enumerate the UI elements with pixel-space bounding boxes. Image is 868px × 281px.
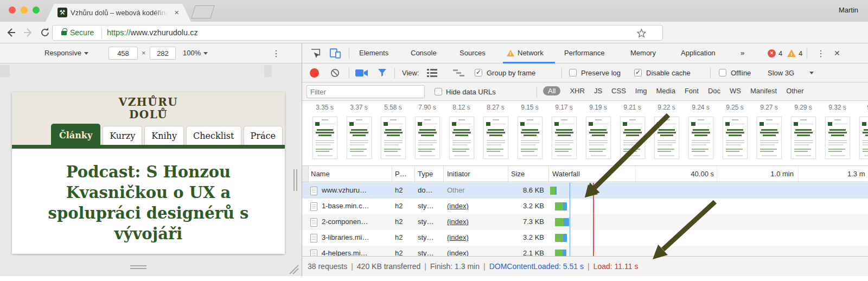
browser-profile-name[interactable]: Martin <box>839 6 858 14</box>
device-toolbar-menu-icon[interactable]: ⋮ <box>272 48 280 59</box>
filmstrip-thumbnail[interactable] <box>791 117 816 159</box>
request-name[interactable]: www.vzhuru… <box>322 186 392 194</box>
capture-screenshots-icon[interactable] <box>355 69 368 77</box>
site-nav-tab[interactable]: Knihy <box>144 126 184 145</box>
disable-cache-checkbox[interactable] <box>634 69 642 76</box>
tab-sources[interactable]: Sources <box>459 49 486 57</box>
waterfall-bar[interactable] <box>555 202 563 210</box>
offline-checkbox[interactable] <box>719 69 726 76</box>
filter-pill[interactable]: JS <box>594 87 602 95</box>
group-by-frame-checkbox[interactable] <box>475 69 482 76</box>
back-button[interactable] <box>5 27 16 38</box>
device-width-resize-handle[interactable] <box>296 169 297 191</box>
site-viewport[interactable]: VZHŮRU DOLŮ Články Kurzy Knihy Checklist… <box>12 92 285 254</box>
filmstrip-thumbnail[interactable] <box>586 117 611 159</box>
column-header-type[interactable]: Type <box>418 170 433 178</box>
device-width-input[interactable] <box>108 47 138 60</box>
reload-button[interactable] <box>40 27 50 38</box>
filter-pill[interactable]: Manifest <box>750 87 777 95</box>
filmstrip-thumbnail[interactable] <box>415 117 440 159</box>
filmstrip-thumbnail[interactable] <box>723 117 748 159</box>
filter-pill[interactable]: Other <box>786 87 804 95</box>
column-header-protocol[interactable]: P… <box>395 170 407 178</box>
waterfall-cell[interactable] <box>548 246 868 256</box>
devtools-menu-icon[interactable]: ⋮ <box>816 48 825 59</box>
hide-data-urls-checkbox[interactable] <box>435 88 442 95</box>
filmstrip-frame[interactable]: 9.27 s <box>752 104 786 159</box>
browser-tab[interactable]: ⚒ Vzhůru dolů – webová kodéřina × <box>46 4 191 22</box>
request-initiator[interactable]: (index) <box>447 218 469 226</box>
table-row[interactable]: 4-helpers.mi… h2 sty… (index) 2.1 KB <box>302 246 868 256</box>
throttling-dropdown[interactable]: Slow 3G <box>768 69 794 77</box>
device-type-dropdown[interactable]: Responsive <box>44 49 88 57</box>
chevron-down-icon[interactable] <box>809 72 814 74</box>
disable-cache-label[interactable]: Disable cache <box>646 69 691 77</box>
filmstrip-frame[interactable]: 3.35 s <box>308 104 342 159</box>
request-initiator[interactable]: (index) <box>447 249 469 256</box>
tab-application[interactable]: Application <box>681 49 716 57</box>
filmstrip-thumbnail[interactable] <box>620 117 645 159</box>
site-logo[interactable]: VZHŮRU DOLŮ <box>12 92 285 121</box>
filmstrip-thumbnail[interactable] <box>859 117 868 159</box>
filmstrip-thumbnail[interactable] <box>552 117 577 159</box>
filmstrip-frame[interactable]: 7.90 s <box>410 104 444 159</box>
filter-pill[interactable]: Doc <box>708 87 720 95</box>
url-text[interactable]: https://www.vzhurudolu.cz <box>107 28 198 37</box>
filmstrip-frame[interactable]: 5.58 s <box>376 104 410 159</box>
tab-console[interactable]: Console <box>411 49 437 57</box>
request-name[interactable]: 1-base.min.c… <box>322 202 392 210</box>
bookmark-star-icon[interactable] <box>637 29 646 38</box>
inspect-element-icon[interactable] <box>310 48 321 59</box>
column-header-initiator[interactable]: Initiator <box>447 170 470 178</box>
filter-pill[interactable]: All <box>543 86 560 95</box>
filmstrip-frame[interactable]: 8.27 s <box>478 104 513 159</box>
site-article-heading[interactable]: Podcast: S Honzou Kvasničkou o UX a spol… <box>40 162 257 244</box>
device-width-resize-handle[interactable] <box>293 169 295 191</box>
view-list-icon[interactable] <box>427 69 437 77</box>
warning-badge-icon[interactable] <box>787 49 796 57</box>
site-nav-tab[interactable]: Články <box>51 124 100 145</box>
table-row[interactable]: 2-componen… h2 sty… (index) 7.3 KB <box>302 214 868 230</box>
request-name[interactable]: 4-helpers.mi… <box>322 249 392 256</box>
offline-label[interactable]: Offline <box>731 69 751 77</box>
toggle-device-toolbar-icon[interactable] <box>329 48 341 59</box>
request-initiator[interactable]: (index) <box>447 202 469 210</box>
filter-pill[interactable]: Font <box>685 87 699 95</box>
url-omnibox[interactable]: Secure https://www.vzhurudolu.cz <box>52 25 663 41</box>
waterfall-bar[interactable] <box>555 234 563 242</box>
filmstrip-frame[interactable]: 3.37 s <box>342 104 376 159</box>
waterfall-cell[interactable] <box>548 214 868 230</box>
site-nav-tab[interactable]: Kurzy <box>103 126 142 145</box>
table-row[interactable]: 1-base.min.c… h2 sty… (index) 3.2 KB <box>302 199 868 214</box>
mac-minimize-button[interactable] <box>21 7 28 14</box>
request-name[interactable]: 3-libraries.mi… <box>322 233 392 241</box>
site-nav-tab[interactable]: Práce <box>244 126 283 145</box>
mac-close-button[interactable] <box>9 7 16 14</box>
mac-fullscreen-button[interactable] <box>33 7 40 14</box>
tab-memory[interactable]: Memory <box>630 49 656 57</box>
tab-performance[interactable]: Performance <box>564 49 604 57</box>
column-header-size[interactable]: Size <box>511 170 525 178</box>
devtools-close-icon[interactable]: ✕ <box>834 49 840 58</box>
filmstrip-thumbnail[interactable] <box>757 117 782 159</box>
preserve-log-checkbox[interactable] <box>569 69 577 76</box>
filmstrip-thumbnail[interactable] <box>449 117 474 159</box>
filmstrip-frame[interactable]: 9.25 s <box>718 104 752 159</box>
filmstrip-frame[interactable]: 9.3 <box>854 104 868 159</box>
column-header-waterfall[interactable]: Waterfall <box>552 170 580 178</box>
waterfall-cell[interactable] <box>548 230 868 246</box>
waterfall-cell[interactable] <box>548 199 868 214</box>
waterfall-cell[interactable] <box>548 183 868 199</box>
tab-network[interactable]: Network <box>518 49 544 57</box>
table-row[interactable]: 3-libraries.mi… h2 sty… (index) 3.2 KB <box>302 230 868 246</box>
filmstrip-thumbnail[interactable] <box>654 117 679 159</box>
waterfall-bar[interactable] <box>555 218 564 226</box>
tab-close-icon[interactable]: × <box>174 8 179 17</box>
table-row[interactable]: www.vzhuru… h2 do… Other 8.6 KB <box>302 183 868 199</box>
device-height-resize-handle[interactable] <box>130 265 146 266</box>
filmstrip-thumbnail[interactable] <box>483 117 508 159</box>
record-network-log-button[interactable] <box>310 68 319 78</box>
column-header-name[interactable]: Name <box>311 170 330 178</box>
filter-pill[interactable]: CSS <box>611 87 626 95</box>
device-height-resize-handle[interactable] <box>130 268 146 269</box>
